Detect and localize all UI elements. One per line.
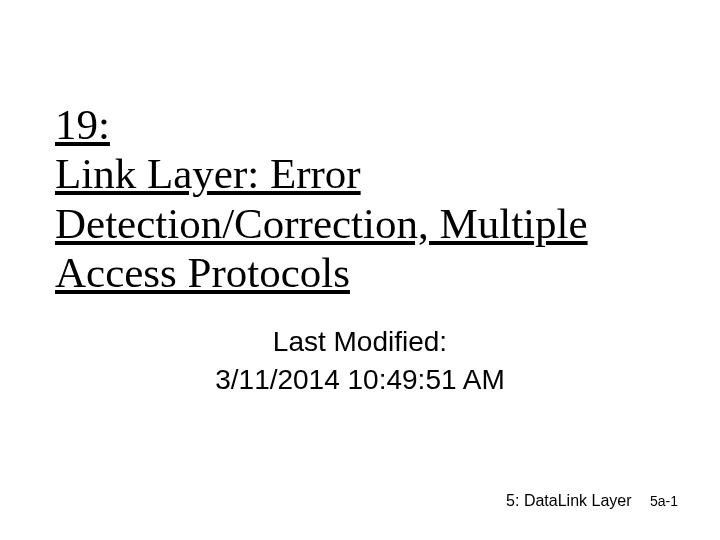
title-text: 19: Link Layer: Error Detection/Correcti… <box>55 101 588 296</box>
last-modified-date: 3/11/2014 10:49:51 AM <box>0 364 720 396</box>
footer-page: 5a-1 <box>650 493 678 509</box>
slide-title: 19: Link Layer: Error Detection/Correcti… <box>55 100 675 298</box>
slide-footer: 5: DataLink Layer 5a-1 <box>506 492 678 510</box>
footer-chapter: 5: DataLink Layer <box>506 492 631 509</box>
last-modified-label: Last Modified: <box>0 326 720 358</box>
